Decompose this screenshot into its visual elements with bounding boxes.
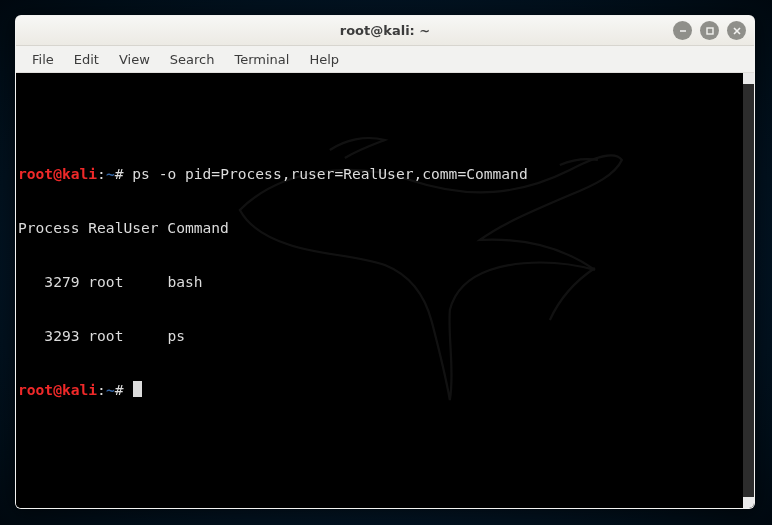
- menu-terminal[interactable]: Terminal: [224, 49, 299, 70]
- window-title: root@kali: ~: [340, 23, 430, 38]
- prompt-at: @: [53, 165, 62, 182]
- menu-help[interactable]: Help: [299, 49, 349, 70]
- window-controls: [673, 21, 746, 40]
- scrollbar-thumb-top[interactable]: [743, 73, 754, 84]
- prompt-user: root: [18, 165, 53, 182]
- output-header: Process RealUser Command: [18, 219, 741, 237]
- cell-user: root: [80, 327, 159, 344]
- cell-pid: 3279: [18, 273, 80, 290]
- prompt-user: root: [18, 381, 53, 398]
- scrollbar-track[interactable]: [743, 84, 754, 497]
- minimize-button[interactable]: [673, 21, 692, 40]
- prompt-host: kali: [62, 165, 97, 182]
- prompt-at: @: [53, 381, 62, 398]
- maximize-button[interactable]: [700, 21, 719, 40]
- minimize-icon: [678, 26, 688, 36]
- scrollbar-vertical[interactable]: [743, 73, 754, 508]
- prompt-hash: #: [115, 381, 124, 398]
- scrollbar-thumb-bottom[interactable]: [743, 497, 754, 508]
- table-row: 3293 root ps: [18, 327, 741, 345]
- menubar: File Edit View Search Terminal Help: [16, 46, 754, 73]
- prompt-sep: :: [97, 381, 106, 398]
- cursor-block: [133, 381, 142, 397]
- prompt-path: ~: [106, 165, 115, 182]
- prompt-path: ~: [106, 381, 115, 398]
- titlebar[interactable]: root@kali: ~: [16, 16, 754, 46]
- prompt-line-1: root@kali:~# ps -o pid=Process,ruser=Rea…: [18, 165, 741, 183]
- close-icon: [732, 26, 742, 36]
- cell-pid: 3293: [18, 327, 80, 344]
- terminal-wrap: root@kali:~# ps -o pid=Process,ruser=Rea…: [16, 73, 754, 508]
- terminal-window: root@kali: ~ File Edit View Search Termi…: [15, 15, 755, 509]
- cell-user: root: [80, 273, 159, 290]
- cell-cmd: bash: [159, 273, 203, 290]
- prompt-host: kali: [62, 381, 97, 398]
- prompt-line-2: root@kali:~#: [18, 381, 741, 399]
- menu-file[interactable]: File: [22, 49, 64, 70]
- maximize-icon: [705, 26, 715, 36]
- menu-search[interactable]: Search: [160, 49, 225, 70]
- svg-rect-1: [707, 28, 713, 34]
- menu-view[interactable]: View: [109, 49, 160, 70]
- prompt-hash: #: [115, 165, 124, 182]
- prompt-sep: :: [97, 165, 106, 182]
- cell-cmd: ps: [159, 327, 185, 344]
- close-button[interactable]: [727, 21, 746, 40]
- menu-edit[interactable]: Edit: [64, 49, 109, 70]
- table-row: 3279 root bash: [18, 273, 741, 291]
- command-text: ps -o pid=Process,ruser=RealUser,comm=Co…: [132, 165, 527, 182]
- terminal-area[interactable]: root@kali:~# ps -o pid=Process,ruser=Rea…: [16, 73, 743, 508]
